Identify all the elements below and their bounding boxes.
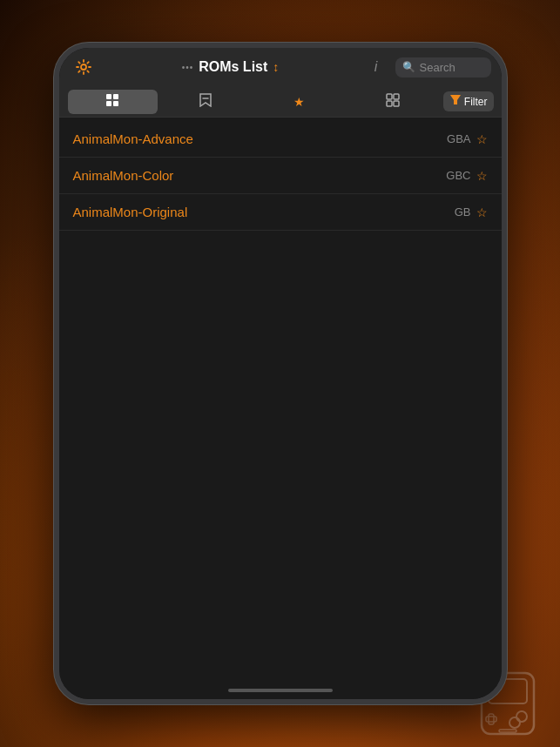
- svg-rect-6: [499, 730, 516, 732]
- svg-rect-9: [113, 94, 118, 99]
- svg-rect-8: [106, 94, 111, 99]
- sort-icon: ↕: [273, 60, 279, 74]
- svg-marker-17: [450, 95, 461, 104]
- svg-rect-10: [106, 101, 111, 106]
- rom-list: AnimalMon-Advance GBA ☆ AnimalMon-Color …: [59, 118, 502, 699]
- table-row[interactable]: AnimalMon-Color GBC ☆: [59, 158, 502, 194]
- svg-rect-11: [113, 101, 118, 106]
- filter-icon: [450, 95, 461, 108]
- info-icon: i: [374, 59, 378, 75]
- search-icon: 🔍: [402, 61, 415, 73]
- rom-star-icon[interactable]: ☆: [476, 169, 488, 183]
- tab-bar: ★ Filter: [59, 86, 502, 118]
- screen: ••• ROMs List ↕ i 🔍 Search: [59, 48, 502, 699]
- rom-platform: GBC: [446, 169, 470, 182]
- rom-name: AnimalMon-Original: [73, 205, 188, 219]
- tab-favorites[interactable]: ★: [254, 90, 344, 114]
- rom-meta: GBC ☆: [446, 169, 487, 183]
- tab-all-icon: [105, 93, 119, 110]
- tab-recent[interactable]: [347, 90, 437, 114]
- svg-point-7: [81, 64, 86, 70]
- filter-button[interactable]: Filter: [443, 91, 495, 111]
- filter-label: Filter: [464, 96, 488, 108]
- search-bar[interactable]: 🔍 Search: [395, 57, 491, 77]
- home-indicator: [228, 689, 333, 692]
- svg-rect-15: [387, 101, 392, 106]
- table-row[interactable]: AnimalMon-Original GB ☆: [59, 194, 502, 231]
- rom-meta: GBA ☆: [447, 132, 487, 146]
- svg-rect-4: [489, 714, 494, 724]
- tab-recent-icon: [386, 93, 400, 110]
- rom-star-icon[interactable]: ☆: [476, 132, 488, 146]
- svg-point-2: [516, 711, 527, 722]
- nav-title-area: ••• ROMs List ↕: [105, 59, 357, 75]
- tablet-frame: ••• ROMs List ↕ i 🔍 Search: [54, 43, 507, 704]
- search-placeholder: Search: [420, 61, 455, 74]
- table-row[interactable]: AnimalMon-Advance GBA ☆: [59, 121, 502, 158]
- svg-rect-16: [394, 101, 399, 106]
- rom-platform: GB: [455, 205, 471, 219]
- svg-rect-13: [387, 94, 392, 99]
- nav-title: ROMs List: [199, 59, 267, 75]
- rom-star-icon[interactable]: ☆: [476, 205, 488, 219]
- tab-all[interactable]: [68, 90, 158, 114]
- tab-bookmarks[interactable]: [161, 90, 251, 114]
- rom-name: AnimalMon-Advance: [73, 131, 193, 146]
- svg-rect-5: [486, 717, 496, 722]
- info-button[interactable]: i: [364, 55, 388, 79]
- svg-point-3: [509, 717, 520, 728]
- tab-bookmarks-icon: [199, 93, 212, 111]
- rom-meta: GB ☆: [455, 205, 488, 219]
- rom-name: AnimalMon-Color: [73, 168, 174, 183]
- settings-button[interactable]: [70, 53, 98, 81]
- tab-favorites-icon: ★: [293, 95, 305, 109]
- svg-rect-14: [394, 94, 399, 99]
- nav-dots: •••: [182, 63, 194, 72]
- rom-platform: GBA: [447, 132, 470, 145]
- nav-bar: ••• ROMs List ↕ i 🔍 Search: [59, 48, 502, 86]
